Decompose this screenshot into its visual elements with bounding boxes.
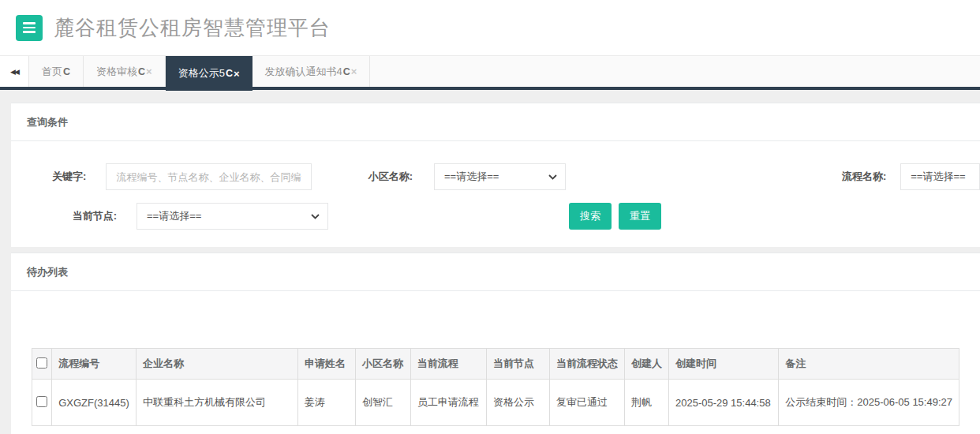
col-creator: 创建人 [624,349,668,380]
col-node: 当前节点 [487,349,550,380]
col-created: 创建时间 [668,349,778,380]
select-all-checkbox[interactable] [36,357,47,369]
cell-status: 复审已通过 [549,380,624,426]
tab-issue-confirmation-notice[interactable]: 发放确认通知书4C× [252,56,371,87]
tab-qualification-review[interactable]: 资格审核C× [84,56,166,87]
community-name-select[interactable]: ==请选择== [434,163,566,190]
keyword-input[interactable] [106,163,311,190]
close-icon[interactable]: × [351,65,357,77]
refresh-icon[interactable]: C [343,66,350,77]
col-company: 企业名称 [137,349,298,380]
close-icon[interactable]: × [146,65,152,77]
cell-community: 创智汇 [356,380,411,426]
community-name-label: 小区名称: [368,170,413,184]
main-content: 查询条件 关键字: 小区名称: ==请选择== 流程名称: ==请选择== 当前… [0,90,980,434]
cell-process-no: GXGZF(31445) [52,380,137,426]
app-title: 麓谷租赁公租房智慧管理平台 [54,14,331,42]
tab-home[interactable]: 首页C [29,56,84,87]
cell-node: 资格公示 [487,380,550,426]
search-button[interactable]: 搜索 [569,203,612,230]
col-remark: 备注 [779,349,959,380]
process-name-label: 流程名称: [842,170,886,184]
cell-remark: 公示结束时间：2025-06-05 15:49:27 [779,380,959,426]
query-conditions-panel: 查询条件 关键字: 小区名称: ==请选择== 流程名称: ==请选择== 当前… [11,103,980,247]
col-process-no: 流程编号 [52,349,137,380]
cell-company: 中联重科土方机械有限公司 [137,380,298,426]
table-row[interactable]: GXGZF(31445) 中联重科土方机械有限公司 姜涛 创智汇 员工申请流程 … [32,380,959,426]
chevron-down-icon [548,174,557,180]
collapse-tabs-button[interactable]: ◀◀ [0,56,29,87]
hamburger-icon [23,22,36,24]
cell-process: 员工申请流程 [410,380,486,426]
todo-list-panel: 待办列表 流程编号 企业名称 申请姓名 小区名称 当前流程 当前节点 当前流程状… [11,253,980,434]
col-status: 当前流程状态 [549,349,624,380]
col-process: 当前流程 [410,349,486,380]
current-node-label: 当前节点: [27,209,117,223]
current-node-select[interactable]: ==请选择== [137,203,328,230]
reset-button[interactable]: 重置 [619,203,661,230]
tab-bar: ◀◀ 首页C 资格审核C× 资格公示5C× 发放确认通知书4C× [0,55,980,87]
table-header-row: 流程编号 企业名称 申请姓名 小区名称 当前流程 当前节点 当前流程状态 创建人… [32,349,959,380]
process-name-select[interactable]: ==请选择== [900,163,980,190]
cell-applicant: 姜涛 [297,380,355,426]
todo-list-title: 待办列表 [11,253,980,291]
query-conditions-title: 查询条件 [11,103,980,141]
double-left-arrow-icon: ◀◀ [10,68,18,76]
row-checkbox[interactable] [36,396,47,407]
tab-qualification-publicity[interactable]: 资格公示5C× [166,56,252,91]
refresh-icon[interactable]: C [138,66,145,77]
keyword-label: 关键字: [27,170,86,184]
hamburger-menu-button[interactable] [16,15,43,41]
col-community: 小区名称 [356,349,411,380]
refresh-icon[interactable]: C [63,66,70,77]
col-applicant: 申请姓名 [297,349,355,380]
todo-table: 流程编号 企业名称 申请姓名 小区名称 当前流程 当前节点 当前流程状态 创建人… [32,348,959,426]
cell-created: 2025-05-29 15:44:58 [668,380,778,426]
app-header: 麓谷租赁公租房智慧管理平台 [0,0,980,55]
cell-creator: 荆帆 [624,380,668,426]
close-icon[interactable]: × [234,68,240,80]
chevron-down-icon [311,214,320,219]
refresh-icon[interactable]: C [226,68,233,79]
